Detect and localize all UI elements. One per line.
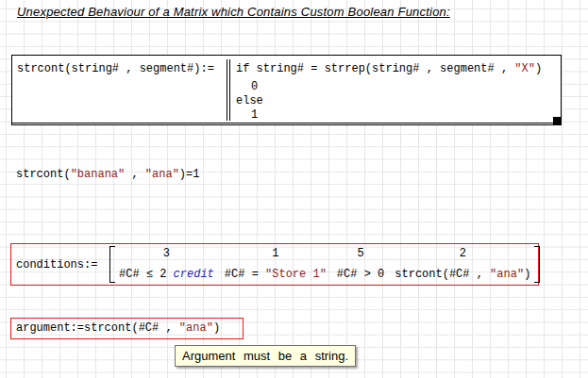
matrix-column-2: 1 #C# = "Store 1" [225, 247, 327, 282]
string-literal-ana: "ana" [490, 268, 524, 281]
program-bar-icon [227, 59, 230, 121]
worksheet: Unexpected Behaviour of a Matrix which C… [0, 0, 588, 378]
string-literal-x: "X" [514, 62, 535, 75]
eval-result: 1 [193, 168, 199, 181]
strrep-call: strrep [325, 62, 365, 75]
assign-operator: := [71, 321, 84, 335]
error-tooltip: Argument must be a string. [175, 345, 356, 367]
matrix-cell-value[interactable]: 5 [337, 247, 384, 260]
function-args: (string# , segment#) [64, 62, 200, 75]
function-definition-lhs: strcont(string# , segment#):= [17, 62, 214, 75]
string-literal-banana: "banana" [71, 168, 126, 181]
strcont-call-text: strcont(#C# , [395, 268, 490, 281]
conditions-matrix: 3 #C# ≤ 2 credit 1 #C# = "Store 1" 5 #C#… [109, 246, 540, 283]
program-if-line: if string# = strrep(string# , segment# ,… [236, 62, 542, 75]
conditions-region[interactable]: conditions:= 3 #C# ≤ 2 credit 1 #C# = "S… [10, 243, 539, 286]
conditions-lhs: conditions:= [16, 258, 97, 271]
matrix-cell-value[interactable]: 1 [225, 247, 327, 260]
matrix-cell-condition[interactable]: #C# > 0 [337, 268, 384, 282]
condition-text: #C# > 0 [337, 268, 384, 281]
matrix-cell-condition[interactable]: strcont(#C# , "ana") [395, 268, 530, 282]
argument-region[interactable]: argument:=strcont(#C# , "ana") [10, 318, 244, 339]
condition-text: #C# ≤ 2 [119, 268, 174, 281]
strrep-close-paren: ) [535, 62, 542, 75]
argument-expression: argument:=strcont(#C# , "ana") [16, 321, 220, 335]
argument-close-paren: ) [213, 321, 220, 335]
matrix-right-bracket-icon [534, 246, 540, 283]
matrix-column-1: 3 #C# ≤ 2 credit [119, 247, 214, 282]
evaluation-expression[interactable]: strcont("banana" , "ana")=1 [16, 168, 199, 181]
program-else-value: 1 [251, 108, 258, 122]
matrix-cell-value[interactable]: 2 [395, 247, 530, 260]
credit-keyword: credit [174, 268, 214, 281]
string-literal-ana: "ana" [145, 168, 179, 181]
matrix-columns: 3 #C# ≤ 2 credit 1 #C# = "Store 1" 5 #C#… [115, 246, 534, 283]
matrix-cell-value[interactable]: 3 [119, 247, 214, 260]
function-name: strcont [17, 62, 64, 75]
eval-close-paren: ) [179, 168, 186, 181]
if-lhs: string# [257, 62, 304, 75]
eval-open-paren: ( [63, 168, 70, 181]
matrix-column-4: 2 strcont(#C# , "ana") [395, 247, 530, 282]
assign-operator: := [84, 258, 97, 271]
strrep-args: (string# , segment# , [365, 62, 514, 75]
condition-close: ) [524, 268, 530, 281]
matrix-column-3: 5 #C# > 0 [337, 247, 384, 282]
page-title: Unexpected Behaviour of a Matrix which C… [17, 5, 450, 19]
program-then-value: 0 [251, 80, 258, 93]
resize-handle[interactable] [553, 117, 562, 125]
function-definition-region[interactable]: strcont(string# , segment#):= if string#… [11, 55, 562, 125]
if-equals: = [304, 62, 325, 75]
program-else-keyword: else [236, 94, 263, 107]
matrix-cell-condition[interactable]: #C# ≤ 2 credit [119, 268, 214, 282]
argument-function-name: strcont [84, 321, 131, 335]
condition-text: #C# = [225, 268, 265, 281]
if-keyword: if [236, 62, 257, 75]
eval-function-name: strcont [16, 168, 63, 181]
string-literal-store1: "Store 1" [265, 268, 327, 281]
assign-operator: := [200, 62, 213, 75]
string-literal-ana: "ana" [179, 321, 213, 335]
argument-open-paren: ( [131, 321, 138, 335]
conditions-variable-name: conditions [16, 258, 84, 271]
eval-separator: , [125, 168, 145, 181]
argument-variable-name: argument [16, 321, 71, 335]
matrix-cell-condition[interactable]: #C# = "Store 1" [225, 268, 327, 282]
argument-arg-text: #C# , [139, 321, 179, 335]
